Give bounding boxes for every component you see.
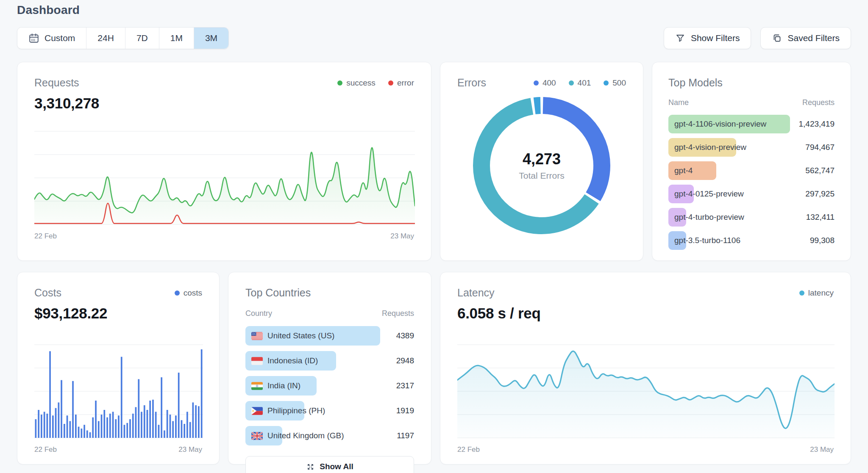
country-row: United Kingdom (GB)1197 (245, 424, 414, 448)
legend-label: 500 (612, 78, 626, 88)
top-countries-card-title: Top Countries (245, 287, 414, 299)
saved-filters-button[interactable]: Saved Filters (760, 27, 851, 49)
funnel-icon (675, 33, 685, 43)
model-name-cell: gpt-4-1106-vision-preview (668, 115, 790, 133)
errors-legend: 400401500 (534, 78, 626, 88)
top-models-card-title: Top Models (668, 77, 835, 89)
requests-legend: successerror (337, 78, 414, 88)
top-models-list: gpt-4-1106-vision-preview1,423,419gpt-4-… (668, 113, 835, 252)
cards-row-2: Costs costs $93,128.22 22 Feb 23 May Top… (17, 272, 851, 465)
country-label: Philippines (PH) (245, 406, 325, 415)
top-countries-columns: Country Requests (245, 309, 414, 318)
x-axis-end-label: 23 May (810, 445, 834, 454)
time-range-label: 24H (97, 33, 114, 43)
flag-icon-us (251, 332, 263, 340)
legend-item-400[interactable]: 400 (534, 78, 556, 88)
costs-card-title: Costs (34, 287, 61, 299)
legend-dot (534, 80, 539, 86)
show-filters-button[interactable]: Show Filters (664, 27, 751, 49)
legend-item-latency[interactable]: latency (799, 288, 834, 298)
flag-icon-id (251, 357, 263, 365)
country-requests-value: 1919 (380, 406, 414, 415)
requests-card: Requests successerror 3,310,278 22 Feb 2… (17, 62, 431, 261)
legend-item-error[interactable]: error (388, 78, 414, 88)
costs-bar-chart (34, 340, 203, 442)
x-axis-start-label: 22 Feb (34, 232, 57, 241)
x-axis-end-label: 23 May (178, 445, 202, 454)
country-name: Indonesia (ID) (267, 356, 318, 365)
flag-icon-in (251, 382, 263, 390)
country-row: Indonesia (ID)2948 (245, 349, 414, 373)
country-requests-value: 1197 (380, 431, 414, 440)
total-errors-value: 4,273 (519, 150, 564, 168)
time-range-label: 7D (136, 33, 148, 43)
model-name: gpt-3.5-turbo-1106 (668, 236, 740, 245)
model-name: gpt-4-0125-preview (668, 189, 744, 199)
model-name: gpt-4-vision-preview (668, 143, 746, 152)
show-all-button[interactable]: Show All (245, 456, 414, 473)
legend-item-costs[interactable]: costs (175, 288, 202, 298)
top-countries-card: Top Countries Country Requests United St… (228, 272, 431, 465)
legend-label: error (397, 78, 414, 88)
country-name-cell: Indonesia (ID) (245, 351, 380, 371)
requests-card-title: Requests (34, 77, 79, 89)
time-range-label: 3M (205, 33, 217, 43)
latency-card-title: Latency (457, 287, 495, 299)
toolbar-filters: Show Filters Saved Filters (664, 27, 851, 49)
dashboard-page: Dashboard Custom24H7D1M3M Show Filters S… (0, 0, 868, 465)
legend-item-success[interactable]: success (337, 78, 376, 88)
top-models-card: Top Models Name Requests gpt-4-1106-visi… (652, 62, 851, 261)
model-name-cell: gpt-4 (668, 161, 790, 180)
latency-total: 6.058 s / req (457, 305, 834, 322)
country-name: United States (US) (267, 331, 334, 340)
country-label: Indonesia (ID) (245, 356, 318, 365)
country-row: United States (US)4389 (245, 324, 414, 348)
column-header-requests: Requests (802, 98, 835, 107)
latency-legend: latency (799, 288, 834, 298)
time-range-24h[interactable]: 24H (86, 28, 125, 49)
x-axis-start-label: 22 Feb (34, 445, 57, 454)
costs-total: $93,128.22 (34, 305, 202, 322)
time-range-3m[interactable]: 3M (194, 28, 228, 49)
time-range-1m[interactable]: 1M (159, 28, 194, 49)
model-name-cell: gpt-4-turbo-preview (668, 208, 790, 227)
legend-dot (175, 290, 180, 296)
legend-label: latency (808, 288, 834, 298)
cards-row-1: Requests successerror 3,310,278 22 Feb 2… (17, 62, 851, 261)
errors-card: Errors 400401500 4,273 Total Errors (440, 62, 643, 261)
legend-item-401[interactable]: 401 (569, 78, 591, 88)
legend-dot (569, 80, 574, 86)
expand-icon (306, 462, 315, 471)
top-models-columns: Name Requests (668, 98, 835, 107)
time-range-custom[interactable]: Custom (17, 28, 86, 49)
legend-label: success (346, 78, 376, 88)
page-title: Dashboard (17, 3, 851, 17)
country-label: India (IN) (245, 381, 300, 390)
legend-dot (604, 80, 609, 86)
requests-x-axis: 22 Feb 23 May (34, 232, 414, 241)
column-header-requests: Requests (382, 309, 414, 318)
model-row: gpt-4-turbo-preview132,411 (668, 206, 835, 228)
toolbar: Custom24H7D1M3M Show Filters Saved Filte… (17, 27, 851, 49)
country-name-cell: India (IN) (245, 376, 380, 396)
time-range-7d[interactable]: 7D (125, 28, 159, 49)
model-row: gpt-4-0125-preview297,925 (668, 183, 835, 205)
country-name: India (IN) (267, 381, 300, 390)
model-name-cell: gpt-4-0125-preview (668, 185, 790, 203)
column-header-name: Name (668, 98, 689, 107)
time-range-label: Custom (45, 33, 75, 43)
legend-item-500[interactable]: 500 (604, 78, 626, 88)
x-axis-start-label: 22 Feb (457, 445, 480, 454)
country-label: United States (US) (245, 331, 334, 340)
requests-total: 3,310,278 (34, 95, 414, 112)
errors-donut-wrap: 4,273 Total Errors (457, 96, 626, 235)
flag-icon-gb (251, 432, 263, 440)
country-requests-value: 4389 (380, 331, 414, 340)
costs-card: Costs costs $93,128.22 22 Feb 23 May (17, 272, 220, 465)
model-name: gpt-4 (668, 166, 693, 175)
country-name-cell: Philippines (PH) (245, 401, 380, 420)
model-requests-value: 562,747 (790, 166, 835, 175)
model-requests-value: 132,411 (790, 213, 835, 222)
country-row: Philippines (PH)1919 (245, 399, 414, 423)
time-range-label: 1M (170, 33, 183, 43)
